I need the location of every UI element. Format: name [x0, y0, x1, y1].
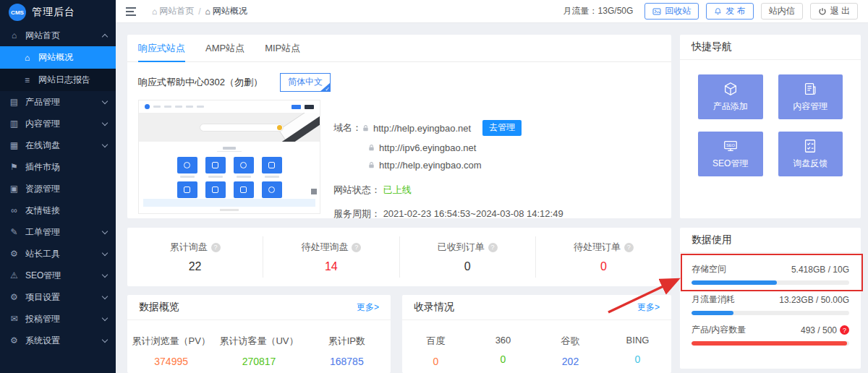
sidebar-item-products[interactable]: ▤ 产品管理 [0, 91, 116, 113]
stat-pending-orders: 待处理订单? 0 [535, 236, 671, 278]
metric-value: 202 [537, 356, 604, 367]
panel-title: 收录情况 [414, 301, 454, 314]
logout-label: 退 出 [830, 5, 850, 17]
lock-icon [367, 161, 375, 169]
sidebar-item-work-orders[interactable]: ✎ 工单管理 [0, 221, 116, 243]
sidebar-item-label: 系统设置 [25, 335, 97, 347]
sidebar-item-inquiries[interactable]: ▦ 在线询盘 [0, 134, 116, 156]
sidebar-item-site-home[interactable]: ⌂ 网站首页 [0, 25, 116, 46]
manage-domain-button[interactable]: 去管理 [482, 120, 522, 136]
chevron-down-icon [102, 314, 108, 320]
metric-value: 0 [469, 353, 537, 365]
svg-text:SEO: SEO [726, 143, 736, 147]
site-message-button[interactable]: 站内信 [761, 3, 803, 20]
overview-more-link[interactable]: 更多> [357, 301, 379, 314]
warning-help-icon[interactable]: ? [840, 325, 849, 335]
sidebar-item-resources[interactable]: ▣ 资源管理 [0, 178, 116, 200]
chevron-down-icon [102, 98, 108, 103]
breadcrumb-label: 网站首页 [159, 5, 194, 17]
help-icon[interactable]: ? [352, 243, 361, 252]
tile-label: 内容管理 [793, 100, 827, 113]
indexing-status-card: 收录情况 更多> 百度 0 360 0 谷歌 202 BING 0 [402, 295, 671, 373]
sidebar-item-site-overview[interactable]: ⌂ 网站概况 [0, 46, 116, 69]
chevron-down-icon [102, 141, 108, 147]
language-button[interactable]: 简体中文 ✓ [280, 73, 331, 92]
stat-label: 累计询盘 [170, 241, 208, 254]
metric-label: 累计浏览量（PV） [127, 335, 215, 348]
usage-value: 493 / 500 [801, 325, 837, 335]
sidebar-item-label: 项目设置 [25, 291, 97, 304]
thumb-nav-item [186, 106, 193, 108]
indexing-more-link[interactable]: 更多> [637, 301, 660, 314]
sidebar-item-label: 友情链接 [25, 205, 107, 217]
inquiry-order-stats-card: 累计询盘? 22 待处理询盘? 14 已收到订单? 0 待处理订单? 0 [127, 228, 671, 286]
usage-value: 13.23GB / 50.00G [779, 295, 849, 305]
thumb-section-title [223, 147, 236, 150]
sidebar: CMS 管理后台 ⌂ 网站首页 ⌂ 网站概况 ≡ 网站日志报告 ▤ 产品管理 ▥… [0, 0, 116, 373]
power-icon [818, 7, 827, 16]
site-details: 域名： http://help.eyingbao.net 去管理 http://… [333, 100, 563, 220]
help-icon[interactable]: ? [211, 243, 221, 252]
thumb-feature-tiles [139, 157, 320, 202]
admin-dashboard: CMS 管理后台 ⌂ 网站首页 ⌂ 网站概况 ≡ 网站日志报告 ▤ 产品管理 ▥… [0, 0, 868, 373]
stat-label: 已收到订单 [438, 241, 485, 254]
sidebar-collapse-icon[interactable] [126, 7, 136, 16]
publish-button[interactable]: 发 布 [706, 3, 753, 20]
metric-label: 谷歌 [537, 335, 604, 348]
stat-value: 14 [263, 260, 399, 273]
recycle-bin-button[interactable]: 回收站 [644, 3, 699, 20]
domain-url: http://help.eyingbao.com [379, 160, 482, 171]
chevron-down-icon [102, 249, 108, 255]
metric-label: BING [604, 335, 671, 346]
site-status-value: 已上线 [383, 184, 412, 195]
webmaster-tools-icon: ⚙ [9, 249, 20, 259]
panel-title: 数据概览 [139, 301, 179, 314]
cube-icon [723, 81, 739, 97]
site-message-label: 站内信 [769, 5, 795, 17]
sidebar-item-system-settings[interactable]: ⚙ 系统设置 [0, 330, 116, 351]
overview-uv: 累计访客量（UV） 270817 [215, 335, 302, 367]
help-icon[interactable]: ? [624, 243, 634, 252]
cms-logo: CMS [9, 4, 26, 21]
tab-amp-site[interactable]: AMP站点 [205, 35, 244, 61]
language-label: 简体中文 [288, 77, 323, 87]
site-preview-thumbnail[interactable] [138, 100, 320, 214]
tab-responsive-site[interactable]: 响应式站点 [138, 35, 185, 61]
resources-icon: ▣ [9, 184, 20, 194]
usage-label: 产品/内容数量 [692, 324, 746, 336]
sidebar-item-label: 网站概况 [38, 51, 107, 64]
ticket-icon: ✎ [9, 227, 20, 237]
plugin-icon: ⚑ [9, 162, 20, 172]
breadcrumb-current: ⌂ 网站概况 [205, 5, 247, 17]
metric-label: 累计访客量（UV） [215, 335, 302, 348]
sidebar-item-label: 站长工具 [25, 248, 97, 260]
sidebar-item-content[interactable]: ▥ 内容管理 [0, 113, 116, 134]
tab-mip-site[interactable]: MIP站点 [265, 35, 300, 61]
quicknav-content-management[interactable]: 内容管理 [778, 74, 843, 119]
sidebar-item-seo[interactable]: ⚠ SEO管理 [0, 265, 116, 286]
list-icon: ≡ [22, 75, 33, 85]
breadcrumb-home[interactable]: ⌂ 网站首页 [152, 5, 194, 17]
sidebar-item-webmaster-tools[interactable]: ⚙ 站长工具 [0, 243, 116, 265]
help-icon[interactable]: ? [488, 243, 498, 252]
thumb-search-bar [200, 124, 284, 132]
sidebar-item-plugin-market[interactable]: ⚑ 插件市场 [0, 156, 116, 178]
products-icon: ▤ [9, 97, 20, 107]
sidebar-item-friend-links[interactable]: ∞ 友情链接 [0, 200, 116, 221]
lock-icon [367, 144, 375, 152]
thumb-register-button [305, 105, 314, 109]
sidebar-item-submissions[interactable]: ✉ 投稿管理 [0, 308, 116, 330]
thumb-copyright [220, 209, 239, 211]
chevron-down-icon [102, 293, 108, 299]
sidebar-item-project-settings[interactable]: ⚙ 项目设置 [0, 286, 116, 308]
sidebar-item-site-log-report[interactable]: ≡ 网站日志报告 [0, 69, 116, 91]
logout-button[interactable]: 退 出 [810, 3, 858, 20]
breadcrumb-separator: / [198, 7, 200, 17]
quicknav-inquiry-feedback[interactable]: 询盘反馈 [778, 132, 843, 176]
quicknav-add-product[interactable]: 产品添加 [698, 74, 763, 119]
metric-value: 270817 [215, 356, 302, 367]
sidebar-item-label: 网站首页 [25, 30, 97, 42]
site-body: 响应式帮助中心0302（勿删） 简体中文 ✓ [127, 62, 671, 220]
home-icon: ⌂ [9, 30, 20, 40]
quicknav-seo-management[interactable]: SEO SEO管理 [698, 132, 763, 176]
